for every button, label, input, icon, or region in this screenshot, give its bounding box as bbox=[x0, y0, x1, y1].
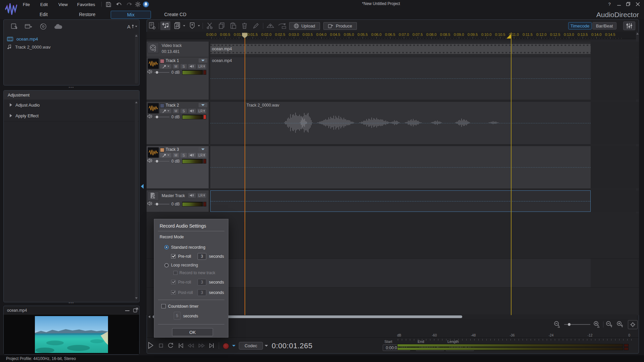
export-to-track-icon[interactable] bbox=[277, 21, 287, 30]
file-settings-icon[interactable] bbox=[148, 21, 157, 30]
video-track-header[interactable]: Video track 00:13.481 bbox=[147, 42, 209, 57]
play-button[interactable] bbox=[148, 342, 154, 349]
track-color-chip[interactable] bbox=[160, 59, 164, 63]
output-fader-button[interactable] bbox=[188, 193, 196, 198]
volume-knob[interactable] bbox=[155, 202, 159, 206]
zoom-in-vertical-icon[interactable] bbox=[616, 321, 623, 328]
record-arm-button[interactable] bbox=[160, 153, 171, 158]
menu-favorites[interactable]: Favorites bbox=[75, 1, 97, 8]
master-track-lane[interactable] bbox=[210, 190, 591, 212]
marker-icon[interactable] bbox=[188, 21, 197, 30]
track-menu-button[interactable] bbox=[199, 58, 207, 63]
output-fader-button[interactable] bbox=[188, 153, 196, 158]
export-media-icon[interactable] bbox=[24, 22, 33, 31]
paste-icon[interactable] bbox=[229, 21, 237, 30]
playhead-marker[interactable] bbox=[241, 33, 248, 39]
preroll-label[interactable]: Pre-roll bbox=[178, 254, 191, 259]
track1-header[interactable]: Track 1 M S LR 0 dB bbox=[147, 57, 209, 100]
pen-icon[interactable] bbox=[252, 21, 260, 30]
tab-edit[interactable]: Edit bbox=[30, 11, 57, 18]
add-track-icon[interactable] bbox=[160, 21, 170, 30]
zoom-out-vertical-icon[interactable] bbox=[606, 321, 612, 328]
minimize-button[interactable] bbox=[614, 1, 623, 7]
cut-icon[interactable] bbox=[205, 21, 214, 30]
codec-button[interactable]: Codec bbox=[239, 342, 263, 350]
marker-dropdown-caret[interactable] bbox=[198, 25, 200, 26]
collapse-panel-arrow[interactable] bbox=[141, 184, 144, 189]
volume-knob[interactable] bbox=[155, 115, 159, 119]
solo-button[interactable]: S bbox=[180, 153, 187, 158]
track-name[interactable]: Track 1 bbox=[166, 58, 179, 63]
pan-button[interactable]: LR bbox=[197, 109, 206, 113]
volume-envelope-line[interactable] bbox=[210, 167, 591, 168]
disc-icon[interactable] bbox=[39, 22, 48, 31]
record-arm-button[interactable] bbox=[160, 64, 171, 69]
volume-knob[interactable] bbox=[155, 71, 159, 74]
range-end-flag[interactable] bbox=[506, 34, 511, 39]
preroll-value-input[interactable]: 3 bbox=[198, 253, 206, 260]
go-to-start-button[interactable] bbox=[178, 343, 183, 348]
loop-playback-button[interactable] bbox=[168, 342, 173, 348]
output-fader-button[interactable] bbox=[188, 64, 196, 69]
record-arm-button[interactable] bbox=[160, 109, 171, 113]
volume-slider[interactable] bbox=[154, 72, 169, 73]
adjust-audio-item[interactable]: Adjust Audio bbox=[4, 100, 139, 111]
mute-button[interactable]: M bbox=[173, 64, 179, 69]
delete-icon[interactable] bbox=[240, 21, 249, 30]
track-name[interactable]: Track 2 bbox=[166, 103, 179, 108]
video-track-lane[interactable]: ocean.mp4 bbox=[210, 42, 591, 57]
range-end-marker-line[interactable] bbox=[511, 33, 512, 315]
rewind-button[interactable] bbox=[188, 344, 194, 348]
cloud-icon[interactable] bbox=[53, 22, 63, 31]
solo-button[interactable]: S bbox=[180, 109, 187, 113]
tab-restore[interactable]: Restore bbox=[72, 11, 102, 18]
video-clip[interactable]: ocean.mp4 bbox=[210, 44, 591, 54]
insert-audio-clip-icon[interactable] bbox=[172, 21, 182, 30]
panel-resize-handle[interactable]: ••• bbox=[0, 85, 143, 89]
volume-slider[interactable] bbox=[154, 161, 169, 162]
pan-button[interactable]: LR bbox=[197, 153, 206, 158]
volume-knob[interactable] bbox=[155, 160, 159, 163]
stop-button[interactable] bbox=[159, 344, 163, 348]
timecode-toggle[interactable]: Timecode bbox=[568, 22, 592, 29]
bar-beat-toggle[interactable]: Bar/Beat bbox=[592, 22, 616, 29]
save-icon[interactable] bbox=[105, 1, 112, 8]
track-color-chip[interactable] bbox=[160, 148, 164, 152]
timeline-ruler[interactable]: 0:00.00:00.50:01.00:01.50:02.00:02.50:03… bbox=[147, 32, 639, 39]
menu-edit[interactable]: Edit bbox=[38, 1, 50, 8]
record-button[interactable] bbox=[223, 343, 229, 349]
volume-envelope-line[interactable] bbox=[210, 78, 591, 79]
notification-bell-icon[interactable] bbox=[142, 1, 150, 8]
volume-envelope-line[interactable] bbox=[210, 123, 591, 123]
fit-timeline-button[interactable] bbox=[628, 320, 638, 329]
produce-button[interactable]: Produce bbox=[323, 22, 357, 30]
scroll-left-arrow[interactable] bbox=[148, 315, 151, 318]
menu-file[interactable]: File bbox=[21, 1, 32, 8]
fast-forward-button[interactable] bbox=[199, 344, 205, 348]
adjustment-scrollbar[interactable] bbox=[135, 101, 138, 300]
pan-button[interactable]: LR bbox=[197, 193, 206, 198]
help-button[interactable]: ? bbox=[605, 1, 614, 7]
settings-gear-icon[interactable] bbox=[134, 1, 142, 8]
loop-recording-radio[interactable] bbox=[164, 263, 169, 267]
track1-lane[interactable]: ocean.mp4 bbox=[210, 57, 591, 100]
media-file-video[interactable]: ocean.mp4 bbox=[7, 35, 131, 43]
standard-recording-radio[interactable] bbox=[164, 245, 169, 249]
media-file-audio[interactable]: Track 2_0000.wav bbox=[7, 43, 131, 51]
tab-create-cd[interactable]: Create CD bbox=[159, 11, 191, 18]
undo-icon[interactable] bbox=[115, 1, 123, 8]
zoom-slider-knob[interactable] bbox=[568, 323, 571, 326]
track3-lane[interactable] bbox=[210, 146, 591, 188]
ambience-effect-icon[interactable] bbox=[266, 21, 275, 30]
track2-lane[interactable]: Track 2_0000.wav bbox=[210, 102, 591, 144]
countdown-timer-label[interactable]: Countdown timer bbox=[168, 304, 199, 309]
close-button[interactable] bbox=[633, 1, 642, 7]
minimize-preview-icon[interactable] bbox=[125, 310, 129, 311]
insert-audio-dropdown-caret[interactable] bbox=[183, 25, 185, 26]
mixer-panel-button[interactable] bbox=[623, 21, 635, 30]
import-media-icon[interactable] bbox=[10, 22, 19, 31]
mute-button[interactable]: M bbox=[173, 109, 179, 113]
ok-button[interactable]: OK bbox=[172, 328, 213, 336]
output-fader-button[interactable] bbox=[188, 109, 196, 113]
track-menu-button[interactable] bbox=[199, 103, 207, 107]
